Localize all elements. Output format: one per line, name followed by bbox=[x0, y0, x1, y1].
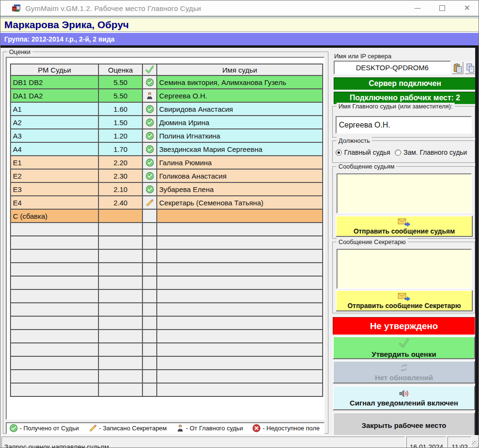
message-secretary-textarea[interactable] bbox=[337, 249, 472, 289]
table-row: A21.50Дюмина Ирина bbox=[11, 116, 323, 129]
cell-score[interactable]: 2.20 bbox=[98, 156, 142, 169]
column-header-pm: РМ Судьи bbox=[11, 64, 98, 75]
scores-groupbox: Оценки РМ СудьиОценкаИмя судьи DB1 DB25.… bbox=[3, 52, 328, 434]
person-icon bbox=[146, 92, 153, 100]
maximize-button[interactable] bbox=[430, 0, 455, 16]
cell-score[interactable]: 5.50 bbox=[98, 89, 142, 102]
cell-judge[interactable]: Зубарева Елена bbox=[157, 182, 323, 196]
cell-score[interactable]: 2.40 bbox=[98, 196, 142, 209]
empty-table-row bbox=[11, 303, 323, 316]
empty-table-row bbox=[11, 263, 323, 276]
cell-score[interactable]: 5.50 bbox=[98, 75, 142, 89]
empty-table-row bbox=[11, 249, 323, 263]
cell-score[interactable]: 1.60 bbox=[98, 102, 142, 116]
legend-item: - Получено от Судьи bbox=[10, 424, 79, 432]
resize-grip[interactable] bbox=[472, 441, 479, 448]
cell-status-icon bbox=[142, 89, 157, 102]
radio-unselected-icon[interactable] bbox=[395, 149, 401, 156]
cell-icon-empty bbox=[142, 249, 157, 263]
message-secretary-group-label: Сообщение Секретарю bbox=[337, 238, 408, 245]
cell-score[interactable]: 1.20 bbox=[98, 129, 142, 142]
cell-icon-empty bbox=[142, 223, 157, 236]
cell-score[interactable] bbox=[98, 209, 142, 223]
cell-status-icon bbox=[142, 169, 157, 182]
column-header-check-icon bbox=[142, 64, 157, 75]
person-icon bbox=[176, 424, 184, 432]
table-row: A31.20Полина Игнаткина bbox=[11, 129, 323, 142]
empty-table-row bbox=[11, 223, 323, 236]
icon-legend-bar: - Получено от Судьи- Записано Секретарем… bbox=[6, 422, 325, 434]
radio-selected-icon[interactable] bbox=[336, 149, 342, 156]
cell-pm[interactable]: E1 bbox=[11, 156, 98, 169]
cell-judge-empty bbox=[157, 289, 323, 303]
cell-pm[interactable]: E4 bbox=[11, 196, 98, 209]
cell-score[interactable]: 2.10 bbox=[98, 182, 142, 196]
cell-pm[interactable]: E3 bbox=[11, 182, 98, 196]
cell-judge[interactable]: Дюмина Ирина bbox=[157, 116, 323, 129]
cell-score-empty bbox=[98, 383, 142, 396]
minimize-button[interactable] bbox=[405, 0, 430, 16]
cell-pm[interactable]: E2 bbox=[11, 169, 98, 182]
cell-icon-empty bbox=[142, 276, 157, 289]
maximize-icon bbox=[439, 5, 445, 11]
cell-status-icon bbox=[142, 196, 157, 209]
cell-judge[interactable]: Свиридова Анастасия bbox=[157, 102, 323, 116]
cell-score-empty bbox=[98, 303, 142, 316]
cell-score-empty bbox=[98, 370, 142, 383]
cell-pm[interactable]: A3 bbox=[11, 129, 98, 142]
cell-pm[interactable]: DA1 DA2 bbox=[11, 89, 98, 102]
chief-judge-input[interactable] bbox=[336, 116, 472, 134]
close-button[interactable]: ✕ bbox=[455, 0, 479, 16]
status-date: 16.01.2024 bbox=[406, 437, 446, 448]
cell-judge-empty bbox=[157, 276, 323, 289]
cell-judge-empty bbox=[157, 249, 323, 263]
cell-pm[interactable]: A1 bbox=[11, 102, 98, 116]
cell-status-icon bbox=[142, 156, 157, 169]
message-judges-groupbox: Сообщение судьям Отправить сообщение суд… bbox=[332, 166, 475, 239]
empty-table-row bbox=[11, 289, 323, 303]
close-icon: ✕ bbox=[464, 4, 470, 12]
cell-judge[interactable]: Галина Рюмина bbox=[157, 156, 323, 169]
server-status-banner: Сервер подключен bbox=[334, 77, 476, 90]
cell-judge-empty bbox=[157, 383, 323, 396]
cell-judge[interactable]: Семина виктория, Алимханова Гузель bbox=[157, 75, 323, 89]
no-updates-button[interactable]: Нет обновлений bbox=[333, 361, 475, 384]
empty-table-row bbox=[11, 370, 323, 383]
cell-judge-empty bbox=[157, 263, 323, 276]
close-workplace-button[interactable]: Закрыть рабочее место bbox=[333, 412, 475, 438]
cell-pm[interactable]: DB1 DB2 bbox=[11, 75, 98, 89]
cell-pm[interactable]: A4 bbox=[11, 142, 98, 156]
message-judges-textarea[interactable] bbox=[337, 173, 472, 213]
paste-icon bbox=[453, 63, 463, 73]
cell-pm[interactable]: A2 bbox=[11, 116, 98, 129]
cell-judge[interactable]: Секретарь (Семенова Татьяна) bbox=[157, 196, 323, 209]
legend-label: - Получено от Судьи bbox=[20, 425, 79, 432]
notification-signal-button[interactable]: Сигнал уведомлений включен bbox=[333, 385, 475, 410]
send-mail-icon bbox=[398, 292, 411, 301]
send-message-secretary-label: Отправить сообщение Секретарю bbox=[348, 302, 461, 309]
empty-table-row bbox=[11, 316, 323, 330]
cell-judge[interactable] bbox=[157, 209, 323, 223]
position-radio-1[interactable]: Зам. Главного судьи bbox=[395, 149, 467, 156]
cell-judge[interactable]: Голикова Анастасия bbox=[157, 169, 323, 182]
copy-server-button[interactable] bbox=[465, 62, 476, 74]
server-input[interactable] bbox=[334, 61, 451, 75]
send-message-judges-button[interactable]: Отправить сообщение судьям bbox=[336, 215, 473, 237]
status-message: Запрос оценок направлен судьям bbox=[1, 437, 405, 448]
cell-icon-empty bbox=[142, 356, 157, 370]
cell-score-empty bbox=[98, 330, 142, 343]
cell-pm[interactable]: С (сбавка) bbox=[11, 209, 98, 223]
cell-judge[interactable]: Полина Игнаткина bbox=[157, 129, 323, 142]
empty-table-row bbox=[11, 343, 323, 356]
cell-score[interactable]: 2.30 bbox=[98, 169, 142, 182]
cell-score[interactable]: 1.70 bbox=[98, 142, 142, 156]
paste-server-button[interactable] bbox=[452, 62, 463, 74]
send-message-secretary-button[interactable]: Отправить сообщение Секретарю bbox=[336, 290, 473, 311]
cell-judge[interactable]: Звездинская Мария Сергеевна bbox=[157, 142, 323, 156]
approve-scores-button[interactable]: Утвердить оценки bbox=[333, 336, 475, 359]
cell-judge[interactable]: Сергеева О.Н. bbox=[157, 89, 323, 102]
check-circle-icon bbox=[146, 118, 154, 127]
cell-judge-empty bbox=[157, 343, 323, 356]
position-radio-0[interactable]: Главный судья bbox=[336, 149, 390, 156]
cell-score[interactable]: 1.50 bbox=[98, 116, 142, 129]
